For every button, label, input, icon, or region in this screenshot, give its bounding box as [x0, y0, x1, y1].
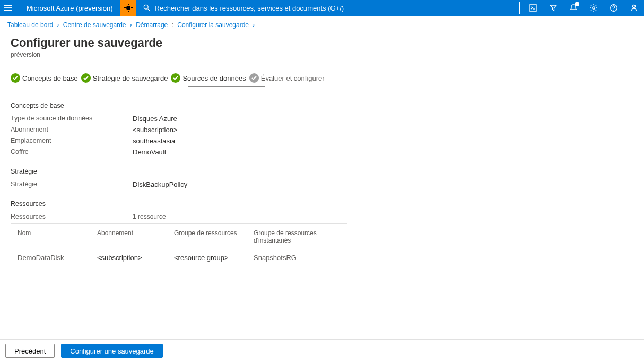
- step-label: Concepts de base: [22, 74, 78, 82]
- svg-point-3: [126, 6, 130, 10]
- page-header: Configurer une sauvegarde préversion: [0, 31, 644, 61]
- section-resources: Ressources Ressources1 ressource Nom Abo…: [11, 200, 633, 266]
- resources-count-label: Ressources: [11, 213, 133, 220]
- vault-label: Coffre: [11, 148, 133, 156]
- location-label: Emplacement: [11, 137, 133, 145]
- chevron-right-icon: ›: [128, 21, 134, 29]
- resources-table: Nom Abonnement Groupe de ressources Grou…: [11, 223, 347, 266]
- datasource-type-label: Type de source de données: [11, 115, 133, 123]
- svg-point-14: [613, 10, 614, 11]
- step-review[interactable]: Évaluer et configurer: [249, 73, 325, 83]
- section-heading: Stratégie: [11, 168, 633, 175]
- preview-bug-icon[interactable]: [120, 0, 136, 16]
- svg-point-12: [593, 7, 595, 9]
- configure-backup-button[interactable]: Configurer une sauvegarde: [61, 344, 163, 358]
- global-search[interactable]: [140, 2, 520, 14]
- breadcrumb: Tableau de bord › Centre de sauvegarde ›…: [0, 16, 644, 31]
- top-icons: [523, 0, 644, 16]
- col-snapshot-rg: Groupe de ressources d'instantanés: [254, 229, 341, 244]
- resources-count-value: 1 ressource: [133, 213, 166, 220]
- col-resource-group: Groupe de ressources: [174, 229, 254, 244]
- directory-filter-icon[interactable]: [543, 0, 563, 16]
- top-bar: Microsoft Azure (préversion): [0, 0, 644, 16]
- svg-rect-0: [4, 5, 12, 6]
- location-value: southeastasia: [133, 137, 175, 145]
- col-name: Nom: [18, 229, 97, 244]
- section-heading: Concepts de base: [11, 102, 633, 109]
- svg-point-15: [633, 5, 636, 8]
- search-icon: [143, 4, 151, 12]
- table-header: Nom Abonnement Groupe de ressources Grou…: [11, 224, 347, 249]
- svg-rect-6: [124, 7, 126, 8]
- svg-rect-2: [4, 10, 12, 11]
- page-subtitle: préversion: [11, 51, 633, 58]
- policy-label: Stratégie: [11, 180, 133, 188]
- step-policy[interactable]: Stratégie de sauvegarde: [81, 73, 168, 83]
- menu-icon[interactable]: [0, 0, 16, 16]
- step-basics[interactable]: Concepts de base: [11, 73, 78, 83]
- brand-label[interactable]: Microsoft Azure (préversion): [16, 4, 120, 12]
- check-icon: [81, 73, 91, 83]
- wizard-footer: Précédent Configurer une sauvegarde: [0, 339, 644, 362]
- section-heading: Ressources: [11, 200, 633, 208]
- svg-rect-4: [128, 4, 129, 5]
- svg-line-9: [147, 9, 150, 11]
- settings-icon[interactable]: [584, 0, 604, 16]
- breadcrumb-separator: :: [170, 21, 176, 29]
- step-datasources[interactable]: Sources de données: [171, 73, 246, 83]
- feedback-icon[interactable]: [624, 0, 644, 16]
- notifications-icon[interactable]: [563, 0, 584, 16]
- section-basics: Concepts de base Type de source de donné…: [11, 102, 633, 156]
- review-content: Concepts de base Type de source de donné…: [0, 87, 644, 266]
- chevron-right-icon: ›: [55, 21, 61, 29]
- breadcrumb-item[interactable]: Centre de sauvegarde: [63, 21, 126, 29]
- cell-resource-group: <resource group>: [174, 254, 254, 262]
- svg-rect-1: [4, 7, 12, 8]
- svg-rect-7: [131, 7, 133, 8]
- svg-point-8: [144, 5, 148, 9]
- help-icon[interactable]: [604, 0, 624, 16]
- section-policy: Stratégie StratégieDiskBackupPolicy: [11, 168, 633, 188]
- previous-button[interactable]: Précédent: [5, 344, 55, 358]
- datasource-type-value: Disques Azure: [133, 115, 177, 123]
- subscription-label: Abonnement: [11, 126, 133, 134]
- notification-badge: [575, 2, 579, 6]
- step-label: Évaluer et configurer: [261, 74, 325, 82]
- cell-name: DemoDataDisk: [18, 254, 97, 262]
- cell-subscription: <subscription>: [97, 254, 174, 262]
- svg-rect-5: [128, 11, 129, 12]
- step-label: Sources de données: [182, 74, 246, 82]
- check-icon: [11, 73, 20, 83]
- table-row: DemoDataDisk <subscription> <resource gr…: [11, 249, 347, 266]
- vault-value: DemoVault: [133, 148, 166, 156]
- cloud-shell-icon[interactable]: [523, 0, 543, 16]
- step-label: Stratégie de sauvegarde: [93, 74, 168, 82]
- breadcrumb-item[interactable]: Tableau de bord: [7, 21, 53, 29]
- current-step-icon: [249, 73, 259, 83]
- subscription-value: <subscription>: [133, 126, 178, 134]
- check-icon: [171, 73, 180, 83]
- wizard-steps: Concepts de base Stratégie de sauvegarde…: [0, 61, 644, 86]
- breadcrumb-item[interactable]: Configurer la sauvegarde: [177, 21, 249, 29]
- page-title: Configurer une sauvegarde: [11, 36, 633, 50]
- policy-value: DiskBackupPolicy: [133, 180, 187, 188]
- chevron-right-icon: ›: [250, 21, 257, 29]
- breadcrumb-item[interactable]: Démarrage: [136, 21, 168, 29]
- col-subscription: Abonnement: [97, 229, 174, 244]
- search-input[interactable]: [155, 4, 516, 12]
- cell-snapshot-rg: SnapshotsRG: [254, 254, 341, 262]
